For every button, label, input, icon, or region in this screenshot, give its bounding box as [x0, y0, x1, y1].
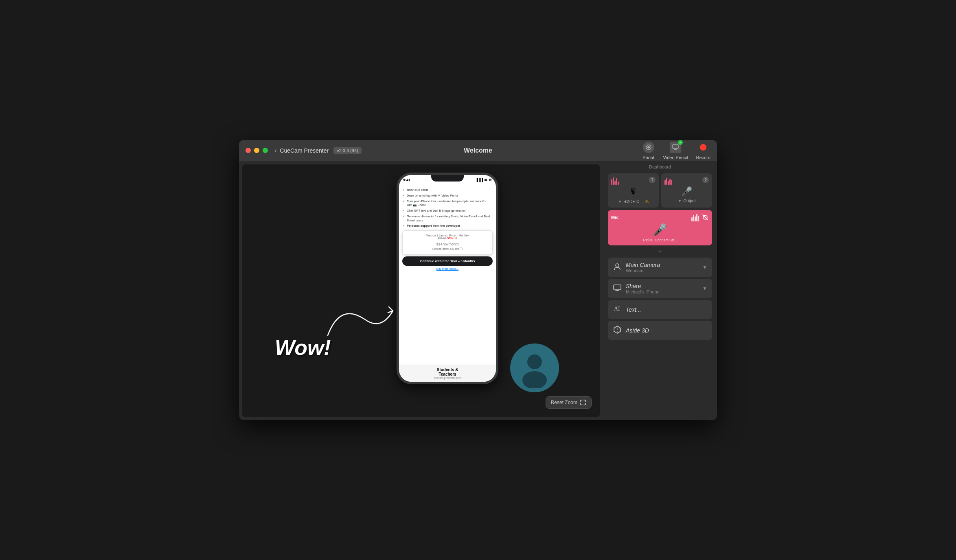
- share-name: Share: [626, 283, 698, 289]
- avatar: [510, 343, 559, 392]
- arrow-icon: [324, 295, 405, 343]
- rode-icon: 🎙: [611, 186, 656, 197]
- titlebar-nav: ‹ CueCam Presenter v2.0.4 (94): [274, 147, 362, 154]
- buy-link[interactable]: Buy more seats...: [402, 267, 493, 270]
- phone-bottom-title: Students &Teachers: [402, 368, 493, 376]
- mic-card[interactable]: Mic: [608, 210, 712, 245]
- output-audio-card[interactable]: ? 🎤 ▼ Output: [661, 173, 712, 208]
- zoom-icon: [580, 399, 586, 406]
- screen-share-icon: [613, 283, 622, 292]
- video-pencil-icon: ✓: [670, 142, 681, 153]
- feature-item: Personal support from the developer: [402, 223, 493, 229]
- main-camera-name: Main Camera: [626, 262, 698, 268]
- camera-icon: [645, 144, 652, 151]
- mic-level-bar: [696, 214, 697, 221]
- text-icon: AI: [613, 304, 622, 313]
- level-bar: [618, 182, 619, 185]
- phone-time: 9:41: [403, 178, 410, 182]
- main-view: Wow! 9:41 ▐▐▐ ≋ ⊛: [242, 164, 600, 417]
- version-badge: v2.0.4 (94): [333, 147, 362, 154]
- microphone-icon: 🎤: [611, 223, 709, 236]
- fullscreen-button[interactable]: [263, 148, 268, 153]
- pricing-version-text: Version 2 Launch Price – Monthly: [426, 234, 469, 237]
- video-pencil-icon-container: ✓: [669, 141, 682, 154]
- pricing-box: Version 2 Launch Price – Monthly $29.99 …: [402, 230, 493, 255]
- camera-dropdown-icon[interactable]: ▼: [702, 265, 707, 270]
- share-dropdown-icon[interactable]: ▼: [702, 286, 707, 291]
- phone-bottom-section: Students &Teachers cuecam-presenter.com: [399, 365, 496, 382]
- reset-zoom-button[interactable]: Reset Zoom: [546, 396, 592, 409]
- shoot-label: Shoot: [642, 155, 654, 160]
- minimize-button[interactable]: [254, 148, 259, 153]
- traffic-lights: [246, 148, 268, 153]
- aside3d-device-icon: [613, 325, 622, 336]
- level-bar: [611, 179, 612, 185]
- help-icon[interactable]: ?: [702, 177, 709, 183]
- record-icon-container: [697, 141, 710, 154]
- record-button[interactable]: Record: [696, 141, 710, 160]
- video-pencil-label: Video Pencil: [663, 155, 688, 160]
- close-button[interactable]: [246, 148, 251, 153]
- back-arrow-icon[interactable]: ‹: [274, 147, 276, 154]
- checkmark-badge: ✓: [678, 140, 683, 145]
- record-label: Record: [696, 155, 710, 160]
- aside3d-name: Aside 3D: [626, 327, 707, 334]
- person-silhouette-icon: [514, 348, 555, 388]
- phone-container: 9:41 ▐▐▐ ≋ ⊛ smart cue cards Draw on any…: [397, 173, 498, 384]
- share-device-icon: [613, 283, 622, 294]
- mic-controls: [691, 213, 709, 221]
- pricing-price: $14.99/month: [407, 240, 488, 247]
- cta-label: Continue with Free Trial – 3 Months: [420, 259, 475, 263]
- phone-content: smart cue cards Draw on anything with ✏ …: [399, 185, 496, 365]
- rode-label: ▼ RØDE C... ⚠: [611, 199, 656, 204]
- phone-url: cuecam-presenter.com: [402, 376, 493, 379]
- svg-point-9: [616, 264, 619, 267]
- mic-level-bar: [691, 217, 693, 221]
- cta-button[interactable]: Continue with Free Trial – 3 Months: [402, 256, 493, 266]
- mic-name: RØDE Connect Str...: [611, 238, 709, 242]
- text-device-icon: AI: [613, 304, 622, 315]
- limited-offer-text: Limited offer: 437 left: [432, 247, 459, 250]
- mic-level-bar: [698, 216, 699, 221]
- output-card-header: ?: [664, 177, 709, 185]
- discount-badge: 50% off: [447, 237, 457, 240]
- level-bar: [664, 180, 666, 185]
- mic-card-header: Mic: [611, 213, 709, 221]
- rode-card-header: ?: [611, 177, 656, 185]
- pencil-icon: [672, 144, 679, 151]
- plus-divider: +: [608, 248, 712, 255]
- rode-audio-card[interactable]: ? 🎙 ▼ RØDE C... ⚠: [608, 173, 659, 208]
- share-sub: Michael's iPhone: [626, 289, 698, 294]
- svg-rect-2: [673, 144, 678, 149]
- text-name: Text...: [626, 306, 707, 313]
- buy-link-text: Buy more seats...: [436, 267, 458, 270]
- output-label-text: Output: [683, 199, 695, 203]
- text-row[interactable]: AI Text...: [608, 300, 712, 319]
- titlebar: ‹ CueCam Presenter v2.0.4 (94) Welcome S…: [239, 140, 717, 161]
- video-pencil-button[interactable]: ✓ Video Pencil: [663, 141, 688, 160]
- dashboard-row: ? 🎙 ▼ RØDE C... ⚠: [608, 173, 712, 208]
- shoot-icon: [643, 142, 654, 153]
- shoot-button[interactable]: Shoot: [642, 141, 655, 160]
- phone-signal: ▐▐▐ ≋ ⊛: [476, 178, 492, 182]
- svg-point-6: [522, 371, 547, 388]
- feature-item: Generous discounts for existing Shoot, V…: [402, 214, 493, 223]
- main-camera-info: Main Camera Webcam: [626, 262, 698, 273]
- share-iphone-row[interactable]: Share Michael's iPhone ▼: [608, 279, 712, 298]
- mic-label: Mic: [611, 215, 618, 220]
- share-info: Share Michael's iPhone: [626, 283, 698, 294]
- toolbar-right: Shoot ✓ Video Pencil: [642, 141, 710, 160]
- help-icon[interactable]: ?: [649, 177, 656, 183]
- main-camera-row[interactable]: Main Camera Webcam ▼: [608, 258, 712, 277]
- output-levels: [664, 177, 672, 185]
- window-title: Welcome: [464, 147, 492, 154]
- wow-text: Wow!: [275, 335, 331, 360]
- phone-feature-list: smart cue cards Draw on anything with ✏ …: [402, 187, 493, 229]
- svg-line-7: [703, 215, 708, 220]
- svg-rect-10: [614, 285, 621, 290]
- aside3d-row[interactable]: Aside 3D: [608, 321, 712, 340]
- price-value: $14.99: [436, 242, 447, 246]
- cube-icon: [613, 325, 622, 334]
- svg-point-1: [647, 146, 650, 149]
- svg-text:AI: AI: [614, 306, 620, 312]
